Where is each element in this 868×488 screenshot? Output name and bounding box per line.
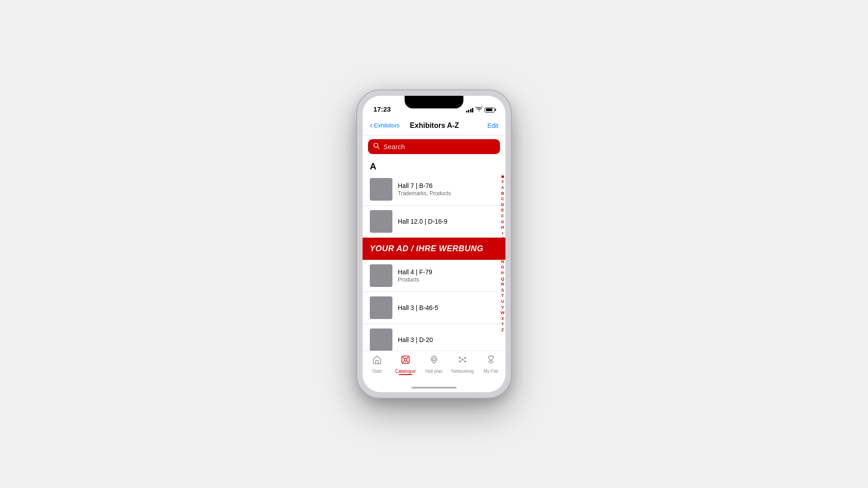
svg-line-14 xyxy=(461,358,462,359)
exhibitor-location: Hall 3 | D-20 xyxy=(398,336,498,343)
alpha-r[interactable]: R xyxy=(501,282,505,287)
volume-down-button xyxy=(356,198,357,223)
alpha-u[interactable]: U xyxy=(501,299,505,305)
tab-active-underline xyxy=(399,374,412,375)
alpha-y[interactable]: Y xyxy=(501,321,504,327)
list-item[interactable]: Hall 4 | F-79 Products xyxy=(363,260,505,292)
svg-line-7 xyxy=(407,361,408,362)
status-time: 17:23 xyxy=(373,105,391,113)
alpha-x[interactable]: X xyxy=(501,316,504,322)
exhibitor-info: Hall 4 | F-79 Products xyxy=(398,268,498,283)
networking-icon xyxy=(458,355,467,367)
search-icon xyxy=(373,143,380,150)
alpha-d[interactable]: D xyxy=(501,202,505,208)
page-title: Exhibitors A-Z xyxy=(382,122,487,130)
alphabet-sidebar: # A B C D E F G H I J K L M N O P Q R S xyxy=(501,158,505,351)
tab-catalogue[interactable]: Catalogue xyxy=(394,355,417,375)
exhibitor-info: Hall 3 | D-20 xyxy=(398,336,498,343)
exhibitor-info: Hall 12.0 | D-16-9 xyxy=(398,218,498,225)
alpha-o[interactable]: O xyxy=(501,264,504,270)
alpha-p[interactable]: P xyxy=(501,270,504,276)
tab-start[interactable]: Start xyxy=(366,355,388,374)
svg-point-13 xyxy=(464,361,466,362)
svg-point-10 xyxy=(459,357,461,359)
tab-catalogue-label: Catalogue xyxy=(395,369,416,374)
alpha-a[interactable]: A xyxy=(501,185,505,191)
alpha-w[interactable]: W xyxy=(501,310,505,316)
alpha-q[interactable]: Q xyxy=(501,276,504,282)
svg-point-8 xyxy=(433,358,435,361)
alpha-hash[interactable]: # xyxy=(501,179,504,185)
tab-hall-plan-label: Hall plan xyxy=(425,369,443,374)
power-button xyxy=(511,174,512,208)
alpha-z[interactable]: Z xyxy=(501,327,504,333)
tab-bar: Start Catalogue xyxy=(363,351,505,383)
alpha-v[interactable]: V xyxy=(501,305,504,310)
section-header-a: A xyxy=(363,158,505,174)
list-content: A Hall 7 | B-76 Trademarks, Products Hal… xyxy=(363,158,505,351)
battery-icon xyxy=(485,108,495,113)
svg-line-17 xyxy=(463,360,464,361)
svg-line-5 xyxy=(407,357,408,358)
my-fair-icon xyxy=(486,355,496,367)
alpha-c[interactable]: C xyxy=(501,196,505,202)
list-item[interactable]: Hall 12.0 | D-16-9 xyxy=(363,206,505,238)
svg-line-15 xyxy=(463,358,464,359)
phone-container: 17:23 xyxy=(357,90,511,398)
exhibitor-thumbnail xyxy=(370,178,392,201)
ad-text: YOUR AD / IHRE WERBUNG xyxy=(370,244,483,253)
alpha-s[interactable]: S xyxy=(501,287,504,293)
alpha-f[interactable]: F xyxy=(501,213,504,219)
svg-line-6 xyxy=(403,361,404,362)
exhibitor-location: Hall 12.0 | D-16-9 xyxy=(398,218,498,225)
catalogue-icon xyxy=(401,355,410,367)
alpha-e[interactable]: E xyxy=(501,207,504,213)
notch xyxy=(405,96,463,108)
search-placeholder: Search xyxy=(383,143,405,150)
tab-start-label: Start xyxy=(372,369,382,374)
tab-hall-plan[interactable]: Hall plan xyxy=(423,355,445,374)
exhibitor-location: Hall 4 | F-79 xyxy=(398,268,498,276)
svg-line-1 xyxy=(377,147,379,149)
alpha-j[interactable]: J xyxy=(501,236,504,242)
list-item[interactable]: Hall 3 | B-46-5 xyxy=(363,292,505,324)
nav-header: ‹ Exhibitors Exhibitors A-Z Edit xyxy=(363,116,505,136)
alpha-t[interactable]: T xyxy=(501,293,504,299)
exhibitor-subtitle: Products xyxy=(398,277,498,283)
search-bar-container: Search xyxy=(363,136,505,158)
alpha-i[interactable]: I xyxy=(502,230,503,236)
section-letter: A xyxy=(370,161,376,171)
home-bar xyxy=(411,387,457,389)
back-chevron-icon: ‹ xyxy=(370,121,373,129)
scroll-content: A Hall 7 | B-76 Trademarks, Products Hal… xyxy=(363,158,505,351)
tab-my-fair[interactable]: My Fair xyxy=(480,355,502,374)
alpha-l[interactable]: L xyxy=(501,248,504,253)
wifi-icon xyxy=(476,107,482,113)
svg-point-12 xyxy=(459,361,461,362)
svg-point-11 xyxy=(464,357,466,359)
alpha-m[interactable]: M xyxy=(501,253,505,259)
svg-point-9 xyxy=(462,359,463,361)
alpha-k[interactable]: K xyxy=(501,242,505,248)
exhibitor-thumbnail xyxy=(370,328,392,351)
exhibitor-info: Hall 3 | B-46-5 xyxy=(398,304,498,311)
alpha-dot xyxy=(501,175,504,178)
volume-up-button xyxy=(356,167,357,192)
search-bar[interactable]: Search xyxy=(368,139,500,154)
tab-networking[interactable]: Networking xyxy=(451,355,474,374)
hall-plan-icon xyxy=(429,355,439,367)
svg-point-3 xyxy=(404,358,407,361)
exhibitor-info: Hall 7 | B-76 Trademarks, Products xyxy=(398,182,498,197)
signal-icon xyxy=(466,108,474,113)
alpha-b[interactable]: B xyxy=(501,191,505,197)
alpha-n[interactable]: N xyxy=(501,259,505,265)
edit-button[interactable]: Edit xyxy=(487,122,498,129)
alpha-g[interactable]: G xyxy=(501,219,504,225)
list-item[interactable]: Hall 7 | B-76 Trademarks, Products xyxy=(363,174,505,206)
exhibitor-location: Hall 7 | B-76 xyxy=(398,182,498,189)
status-icons xyxy=(466,107,495,113)
alpha-h[interactable]: H xyxy=(501,225,505,230)
exhibitor-location: Hall 3 | B-46-5 xyxy=(398,304,498,311)
exhibitor-thumbnail xyxy=(370,264,392,287)
list-item[interactable]: Hall 3 | D-20 xyxy=(363,324,505,351)
